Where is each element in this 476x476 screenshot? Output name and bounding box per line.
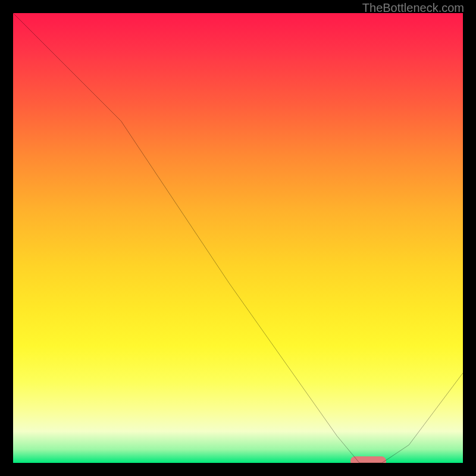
plot-area — [13, 13, 463, 463]
bottleneck-curve — [13, 13, 463, 463]
curve-path — [13, 13, 463, 463]
